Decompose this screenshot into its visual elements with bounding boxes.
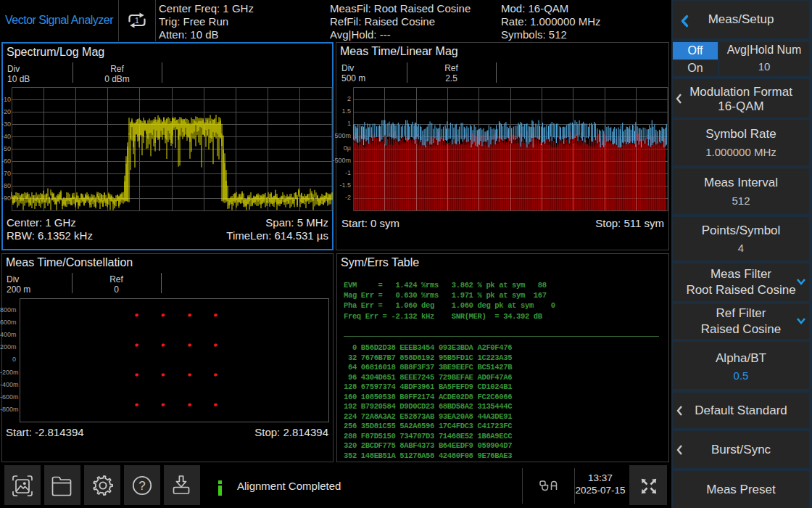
svg-text:?: ? xyxy=(138,479,145,493)
svg-text:1: 1 xyxy=(135,16,139,25)
